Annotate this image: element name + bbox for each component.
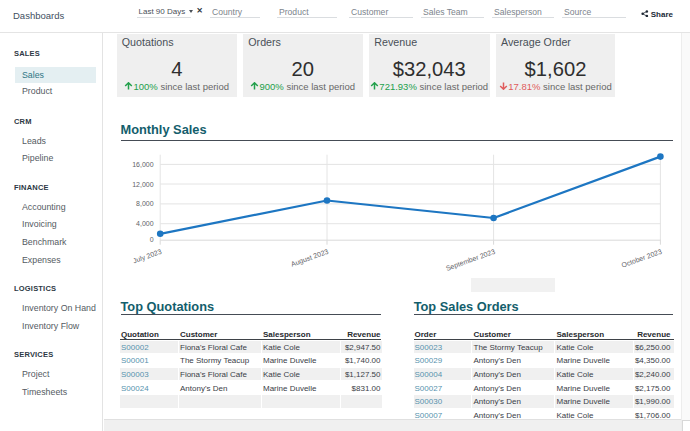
svg-text:July 2023: July 2023	[132, 248, 163, 266]
svg-text:September 2023: September 2023	[445, 248, 496, 273]
svg-text:October 2023: October 2023	[620, 248, 662, 269]
svg-text:4,000: 4,000	[136, 220, 154, 227]
svg-text:August 2023: August 2023	[290, 248, 330, 269]
svg-text:12,000: 12,000	[132, 181, 154, 188]
svg-text:16,000: 16,000	[132, 161, 154, 168]
svg-text:8,000: 8,000	[136, 200, 154, 207]
svg-text:0: 0	[150, 236, 154, 243]
